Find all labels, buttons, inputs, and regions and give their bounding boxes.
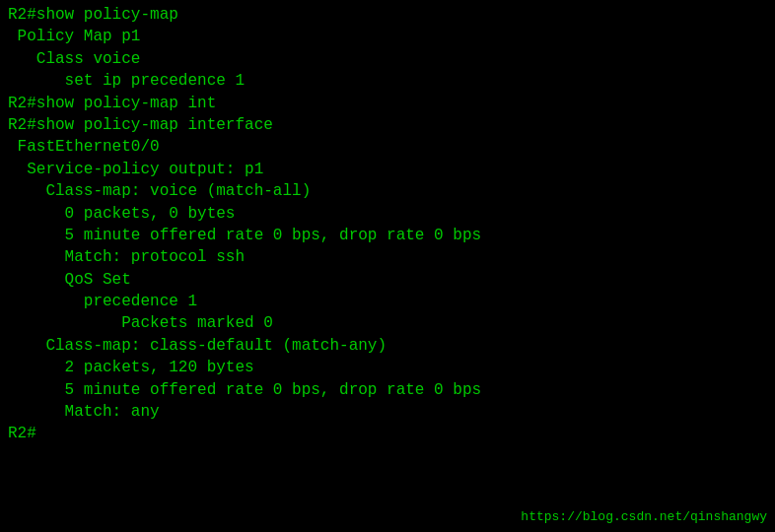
terminal-line: precedence 1 <box>8 291 767 312</box>
terminal-line: QoS Set <box>8 269 767 291</box>
watermark: https://blog.csdn.net/qinshangwy <box>521 508 767 526</box>
terminal-line: R2#show policy-map int <box>8 93 767 114</box>
terminal-line: Match: protocol ssh <box>8 246 767 268</box>
terminal-line: R2# <box>8 423 767 444</box>
terminal-line: Class voice <box>8 48 767 70</box>
terminal-line: R2#show policy-map interface <box>8 114 767 136</box>
terminal-line: 5 minute offered rate 0 bps, drop rate 0… <box>8 379 767 401</box>
terminal-output: R2#show policy-map Policy Map p1 Class v… <box>8 4 767 445</box>
terminal-line: Policy Map p1 <box>8 26 767 47</box>
terminal-line: FastEthernet0/0 <box>8 136 767 158</box>
terminal-line: Class-map: class-default (match-any) <box>8 335 767 357</box>
terminal-line: Packets marked 0 <box>8 312 767 334</box>
terminal-line: R2#show policy-map <box>8 4 767 26</box>
terminal-line: Service-policy output: p1 <box>8 159 767 180</box>
terminal-line: Class-map: voice (match-all) <box>8 180 767 202</box>
terminal-line: Match: any <box>8 401 767 423</box>
terminal-line: set ip precedence 1 <box>8 70 767 92</box>
terminal-line: 5 minute offered rate 0 bps, drop rate 0… <box>8 225 767 246</box>
terminal-line: 2 packets, 120 bytes <box>8 357 767 378</box>
terminal-line: 0 packets, 0 bytes <box>8 203 767 225</box>
terminal-window: R2#show policy-map Policy Map p1 Class v… <box>0 0 775 532</box>
